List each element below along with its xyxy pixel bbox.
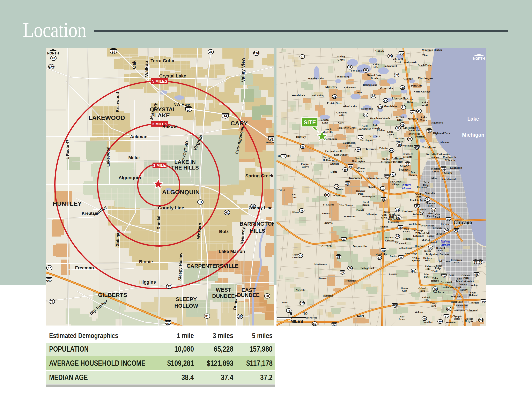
svg-text:Park: Park	[358, 192, 363, 195]
svg-text:45: 45	[423, 317, 426, 320]
svg-text:Joliet: Joliet	[356, 314, 364, 318]
svg-text:50: 50	[445, 229, 448, 232]
svg-text:Meadows: Meadows	[381, 160, 392, 163]
svg-text:Briarwood: Briarwood	[115, 92, 120, 112]
svg-text:132: 132	[394, 74, 399, 77]
svg-text:Hills: Hills	[346, 144, 352, 147]
svg-text:Romeoville: Romeoville	[344, 279, 356, 282]
svg-text:Higgins: Higgins	[139, 280, 156, 285]
svg-text:90: 90	[166, 322, 169, 325]
svg-text:45: 45	[416, 205, 418, 207]
svg-text:Park: Park	[423, 181, 429, 184]
svg-text:Lake: Lake	[422, 101, 428, 104]
svg-text:Johnsburg: Johnsburg	[337, 75, 349, 78]
svg-text:Glenview: Glenview	[429, 156, 439, 159]
svg-text:Hills: Hills	[339, 114, 344, 117]
svg-text:GILBERTS: GILBERTS	[98, 292, 127, 298]
svg-text:83: 83	[384, 99, 387, 102]
svg-text:Riverwoods: Riverwoods	[408, 132, 420, 135]
svg-text:Carol: Carol	[363, 201, 369, 204]
svg-text:355: 355	[381, 250, 385, 252]
svg-text:LaGrange: LaGrange	[413, 234, 424, 237]
svg-text:Grove: Grove	[302, 165, 309, 168]
svg-text:Bannockburn: Bannockburn	[408, 129, 422, 132]
svg-text:294: 294	[442, 275, 446, 278]
svg-text:Holland: Holland	[469, 294, 477, 297]
svg-text:Flossmoor: Flossmoor	[454, 309, 466, 312]
svg-text:Oak: Oak	[132, 60, 137, 69]
svg-text:Park City: Park City	[411, 84, 422, 87]
svg-text:30: 30	[439, 320, 442, 323]
svg-text:Prospect: Prospect	[399, 168, 409, 171]
svg-text:Estates: Estates	[355, 169, 364, 173]
svg-text:IL Route 47: IL Route 47	[65, 140, 70, 160]
svg-text:Lake: Lake	[373, 63, 379, 66]
svg-text:Franklin Park: Franklin Park	[410, 199, 425, 202]
svg-text:Sugar: Sugar	[293, 253, 298, 256]
svg-text:Mokena: Mokena	[415, 311, 423, 314]
svg-text:MILES: MILES	[290, 319, 303, 324]
svg-text:Michigan: Michigan	[462, 132, 484, 138]
svg-text:294: 294	[415, 147, 419, 149]
svg-text:Bensenville: Bensenville	[388, 221, 399, 223]
svg-text:Green: Green	[406, 98, 414, 101]
svg-text:Skokie: Skokie	[444, 171, 452, 175]
svg-text:Northfield: Northfield	[426, 153, 438, 156]
svg-text:ALGONQUIN: ALGONQUIN	[162, 189, 200, 196]
svg-text:Long: Long	[387, 130, 393, 133]
svg-text:20: 20	[346, 182, 349, 185]
svg-text:Wonder Lake: Wonder Lake	[308, 77, 323, 80]
svg-text:Round Lake: Round Lake	[363, 83, 377, 86]
svg-text:Yorkville: Yorkville	[296, 289, 306, 291]
svg-text:Lily: Lily	[292, 193, 296, 196]
svg-text:Binnie: Binnie	[139, 259, 153, 264]
svg-text:Naperville: Naperville	[353, 244, 367, 248]
svg-text:Matteson: Matteson	[446, 321, 456, 324]
svg-text:Bartlett: Bartlett	[336, 188, 344, 191]
svg-text:Pingree: Pingree	[301, 162, 310, 165]
svg-text:Bolz: Bolz	[219, 229, 228, 234]
svg-text:LAKE IN: LAKE IN	[174, 159, 196, 165]
svg-text:Park: Park	[424, 275, 429, 278]
svg-text:83: 83	[397, 216, 400, 219]
svg-text:CARPENTERSVILLE: CARPENTERSVILLE	[187, 263, 239, 269]
svg-text:Deerfield: Deerfield	[415, 135, 425, 138]
svg-text:Oak: Oak	[435, 213, 440, 216]
svg-text:176: 176	[378, 105, 382, 108]
svg-text:East Dundee: East Dundee	[334, 153, 349, 156]
svg-text:31: 31	[209, 50, 213, 53]
svg-text:Glencoe: Glencoe	[440, 141, 449, 144]
svg-text:Oak Forest: Oak Forest	[433, 291, 445, 294]
svg-text:Rosemont: Rosemont	[417, 186, 427, 188]
svg-text:Addison: Addison	[380, 225, 389, 228]
svg-text:Wauconda: Wauconda	[361, 107, 373, 110]
svg-text:60: 60	[372, 95, 375, 98]
svg-text:Lyons: Lyons	[427, 234, 434, 237]
svg-text:Hawthorn Woods: Hawthorn Woods	[370, 117, 390, 120]
svg-text:Ellyn: Ellyn	[381, 216, 387, 219]
svg-text:Midway: Midway	[440, 240, 450, 243]
svg-text:Bloomingdale: Bloomingdale	[362, 195, 375, 198]
svg-text:53: 53	[390, 149, 393, 152]
svg-text:Thornton: Thornton	[469, 301, 479, 304]
svg-text:94: 94	[475, 274, 478, 276]
svg-text:Barrington: Barrington	[360, 139, 373, 142]
svg-text:64: 64	[396, 208, 399, 211]
svg-text:Homewood: Homewood	[456, 304, 468, 307]
svg-text:Airport: Airport	[401, 187, 411, 190]
svg-text:Airport: Airport	[441, 243, 450, 246]
svg-text:Park: Park	[438, 249, 443, 252]
svg-text:Valley View: Valley View	[240, 57, 246, 82]
svg-text:Libertyville: Libertyville	[392, 97, 406, 100]
svg-text:80: 80	[333, 324, 336, 326]
svg-text:47: 47	[301, 55, 304, 58]
svg-text:Miller: Miller	[128, 155, 140, 160]
svg-text:Terra Cotta: Terra Cotta	[151, 58, 174, 63]
svg-text:Hills: Hills	[425, 259, 430, 262]
svg-text:31: 31	[325, 194, 328, 197]
svg-text:DUNDEE: DUNDEE	[212, 293, 235, 299]
svg-text:Buffalo: Buffalo	[395, 137, 404, 140]
svg-text:Lake: Lake	[373, 123, 379, 127]
svg-text:Palatine: Palatine	[379, 147, 389, 149]
svg-text:394: 394	[479, 318, 483, 322]
